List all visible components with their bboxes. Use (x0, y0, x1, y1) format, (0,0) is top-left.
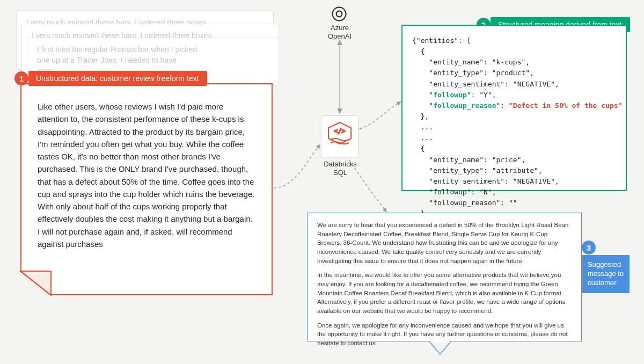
svg-text:</>: </> (334, 127, 346, 135)
json-line: "entity_type": "product", (412, 69, 534, 77)
openai-icon (330, 4, 349, 24)
json-line: }, (412, 112, 429, 120)
msg-paragraph: Once again, we apologize for any inconve… (317, 321, 572, 348)
json-key-highlight: followup (433, 91, 467, 99)
databricks-sql-label: Databricks SQL (320, 160, 361, 178)
faded-text: one up at a Trader Joes. I needed to hav… (37, 55, 269, 66)
json-line: ... (412, 134, 433, 142)
svg-point-3 (336, 11, 342, 17)
structured-json-card: {"entities": [ { "entity_name": "k-cups"… (401, 25, 627, 191)
azure-openai-label: Azure OpenAI (317, 24, 363, 41)
json-line: "entity_type": "attribute", (412, 166, 543, 174)
step-badge-1: 1 (14, 71, 28, 85)
json-val: "Y" (479, 91, 492, 99)
json-line: "followup": "N", (412, 188, 496, 196)
json-line: "entity_sentiment": "NEGATIVE", (412, 177, 559, 185)
review-body: Like other users, whose reviews I wish I… (38, 100, 255, 250)
json-key-highlight: followup_reason (433, 101, 496, 110)
json-line: "followup_reason": "" (412, 199, 517, 207)
faded-text: I first tried the regular Promax bar whe… (37, 45, 269, 55)
json-val-highlight: "Defect in 50% of the cups" (509, 101, 622, 110)
msg-paragraph: In the meantime, we would like to offer … (317, 271, 572, 315)
json-line: {"entities": [ (412, 37, 471, 45)
json-line: { (412, 47, 425, 55)
databricks-icon: </> (327, 121, 352, 151)
json-line: "entity_name": "k-cups", (412, 58, 530, 66)
json-line: "entity_name": "price", (412, 156, 525, 164)
msg-paragraph: We are sorry to hear that you experience… (317, 221, 572, 265)
step-label-1: Unstructured data: customer review freef… (28, 71, 207, 86)
step-label-3: Suggested message to customer (582, 255, 630, 293)
customer-review-card: Like other users, whose reviews I wish I… (20, 83, 273, 295)
json-line: { (412, 144, 425, 152)
databricks-sql-node: </> (321, 115, 358, 157)
json-line: "followup_reason": "Defect in 50% of the… (412, 101, 622, 110)
json-line: "entity_sentiment": "NEGATIVE", (412, 80, 559, 88)
json-line: ... (412, 123, 433, 131)
suggested-message-card: We are sorry to hear that you experience… (307, 213, 582, 341)
json-line: "followup": "Y", (412, 91, 496, 99)
step-badge-3: 3 (582, 241, 596, 254)
